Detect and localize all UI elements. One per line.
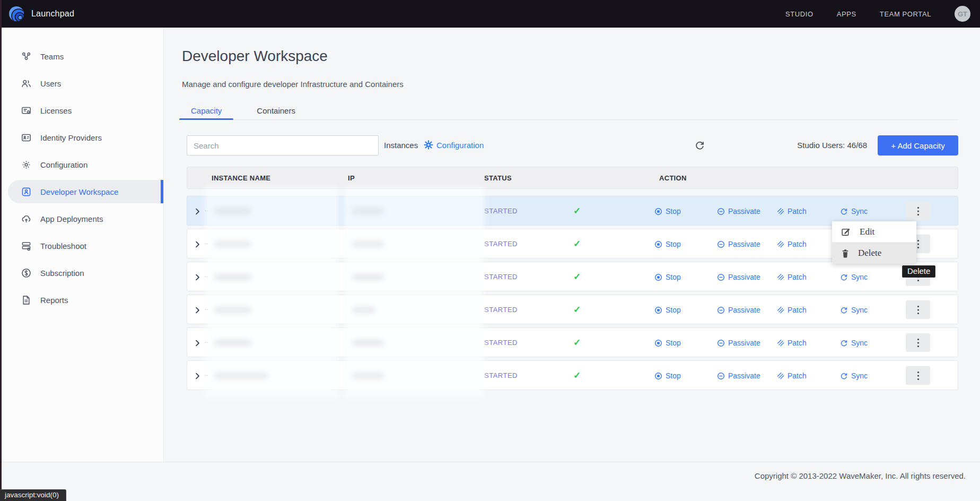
nav-team-portal[interactable]: TEAM PORTAL <box>880 10 931 18</box>
nav-apps[interactable]: APPS <box>837 10 856 18</box>
page-subtitle: Manage and configure developer Infrastru… <box>182 80 404 89</box>
passivate-icon <box>717 306 725 314</box>
patch-action[interactable]: Patch <box>777 361 807 391</box>
instances-label: Instances <box>384 141 418 150</box>
page-title: Developer Workspace <box>182 48 328 65</box>
refresh-icon[interactable] <box>695 140 705 152</box>
row-menu-button[interactable] <box>906 202 930 220</box>
chevron-right-icon[interactable] <box>194 306 201 316</box>
passivate-action[interactable]: Passivate <box>717 229 760 259</box>
gear-icon <box>424 140 433 150</box>
add-capacity-button[interactable]: + Add Capacity <box>878 135 958 156</box>
status-badge: STARTED <box>484 361 518 391</box>
table-row: .. STARTED ✓ Stop Passivate Patch Sync <box>187 327 958 357</box>
passivate-action[interactable]: Passivate <box>717 262 760 292</box>
stop-icon <box>657 375 660 377</box>
patch-action[interactable]: Patch <box>777 229 807 259</box>
avatar[interactable]: GT <box>955 6 970 22</box>
row-menu-button[interactable] <box>906 333 930 352</box>
instance-name-blur <box>214 372 269 379</box>
instance-name-blur <box>214 339 252 347</box>
passivate-action[interactable]: Passivate <box>717 361 760 391</box>
stop-action[interactable]: Stop <box>654 262 681 292</box>
sidebar-item-app-deployments[interactable]: App Deployments <box>0 207 163 230</box>
chevron-right-icon[interactable] <box>194 372 201 382</box>
menu-item-edit[interactable]: Edit <box>832 221 916 243</box>
sidebar-item-licenses[interactable]: Licenses <box>0 99 163 122</box>
passivate-icon <box>717 240 725 248</box>
topnav: STUDIO APPS TEAM PORTAL GT <box>785 6 980 22</box>
instance-name-blur <box>214 240 252 248</box>
chevron-right-icon[interactable] <box>194 273 201 283</box>
success-check-icon: ✓ <box>573 361 581 391</box>
stop-action[interactable]: Stop <box>654 328 681 358</box>
patch-action[interactable]: Patch <box>777 295 807 325</box>
instance-name-redacted: .. <box>205 304 208 312</box>
chevron-right-icon[interactable] <box>194 240 201 250</box>
patch-icon <box>777 208 784 215</box>
instance-name-redacted: .. <box>205 370 208 377</box>
passivate-icon <box>717 208 725 215</box>
passivate-action[interactable]: Passivate <box>717 328 760 358</box>
teams-icon <box>21 51 31 62</box>
window-edge <box>0 0 2 501</box>
sync-action[interactable]: Sync <box>840 361 868 391</box>
stop-action[interactable]: Stop <box>654 196 681 226</box>
instance-name-redacted: .. <box>205 238 208 246</box>
edit-icon <box>841 227 851 237</box>
sidebar-item-developer-workspace[interactable]: Developer Workspace <box>8 180 163 203</box>
table-row: .. STARTED ✓ Stop Passivate Patch Sync <box>187 360 958 390</box>
status-badge: STARTED <box>484 295 518 325</box>
passivate-icon <box>717 273 725 281</box>
delete-tooltip: Delete <box>902 265 935 278</box>
sidebar-item-label: Developer Workspace <box>40 187 118 196</box>
search-input[interactable] <box>187 135 379 156</box>
reports-icon <box>21 295 31 305</box>
patch-action[interactable]: Patch <box>777 196 807 226</box>
chevron-right-icon[interactable] <box>194 339 201 349</box>
tab-capacity[interactable]: Capacity <box>179 103 233 119</box>
troubleshoot-icon <box>21 241 31 251</box>
configuration-link[interactable]: Configuration <box>424 140 484 150</box>
ip-blur <box>352 208 384 215</box>
sync-action[interactable]: Sync <box>840 262 868 292</box>
sync-icon <box>840 306 848 314</box>
sidebar-item-reports[interactable]: Reports <box>0 288 163 312</box>
menu-item-delete[interactable]: Delete <box>832 243 916 264</box>
sidebar-item-teams[interactable]: Teams <box>0 45 163 68</box>
stop-action[interactable]: Stop <box>654 361 681 391</box>
status-badge: STARTED <box>484 328 518 358</box>
stop-action[interactable]: Stop <box>654 229 681 259</box>
tab-containers[interactable]: Containers <box>245 103 307 119</box>
row-menu-button[interactable] <box>906 366 930 385</box>
kebab-icon <box>917 239 920 249</box>
capacity-table: INSTANCE NAME IP STATUS ACTION .. STARTE… <box>187 167 958 393</box>
nav-studio[interactable]: STUDIO <box>785 10 813 18</box>
column-ip: IP <box>348 167 355 189</box>
sync-action[interactable]: Sync <box>840 328 868 358</box>
chevron-right-icon[interactable] <box>194 208 201 217</box>
success-check-icon: ✓ <box>573 295 581 325</box>
stop-action[interactable]: Stop <box>654 295 681 325</box>
success-check-icon: ✓ <box>573 196 581 226</box>
patch-icon <box>777 339 784 347</box>
brand-name: Launchpad <box>31 9 74 19</box>
passivate-action[interactable]: Passivate <box>717 196 760 226</box>
sidebar-item-identity-providers[interactable]: Identity Providers <box>0 126 163 149</box>
patch-action[interactable]: Patch <box>777 262 807 292</box>
row-context-menu: Edit Delete <box>832 221 916 264</box>
sync-action[interactable]: Sync <box>840 295 868 325</box>
brand[interactable]: Launchpad <box>0 6 74 22</box>
sidebar-item-subscription[interactable]: Subscription <box>0 261 163 284</box>
sidebar-item-configuration[interactable]: Configuration <box>0 153 163 176</box>
sidebar-item-troubleshoot[interactable]: Troubleshoot <box>0 234 163 257</box>
table-header: INSTANCE NAME IP STATUS ACTION <box>187 167 958 189</box>
row-menu-button[interactable] <box>906 300 930 319</box>
passivate-action[interactable]: Passivate <box>717 295 760 325</box>
trash-icon <box>841 249 850 258</box>
passivate-icon <box>717 339 725 347</box>
column-status: STATUS <box>484 167 512 189</box>
sidebar-item-users[interactable]: Users <box>0 72 163 95</box>
patch-action[interactable]: Patch <box>777 328 807 358</box>
status-badge: STARTED <box>484 196 518 226</box>
